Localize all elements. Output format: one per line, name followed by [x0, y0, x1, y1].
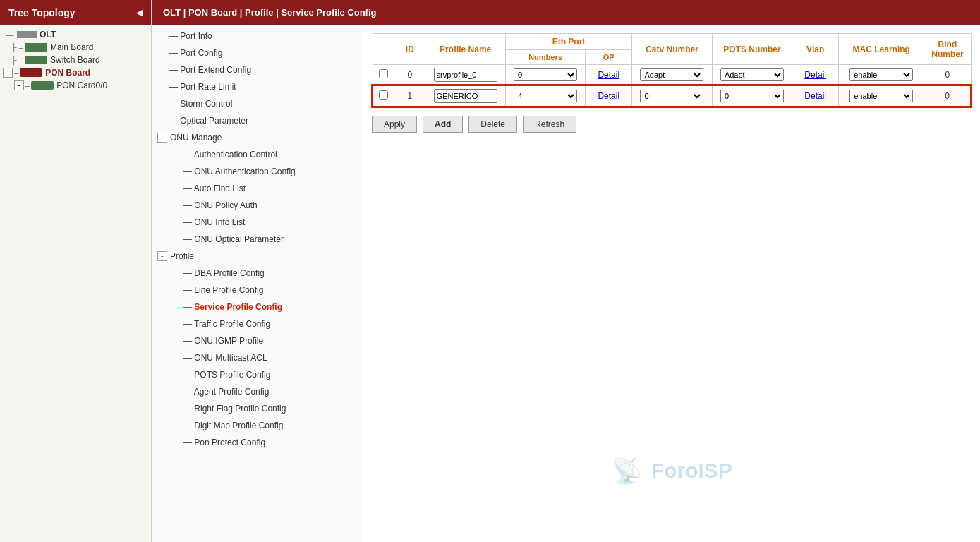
nav-port-rate-limit[interactable]: └─ Port Rate Limit — [152, 78, 363, 95]
nav-multicast-acl[interactable]: └─ ONU Multicast ACL — [152, 349, 363, 366]
pon-expand[interactable]: - — [3, 68, 13, 78]
row0-vlan: Detail — [792, 65, 839, 86]
nav-storm-control[interactable]: └─ Storm Control — [152, 95, 363, 112]
th-id: ID — [394, 34, 425, 65]
breadcrumb: OLT | PON Board | Profile | Service Prof… — [152, 0, 980, 25]
nav-line-profile[interactable]: └─ Line Profile Config — [152, 282, 363, 299]
th-pots: POTS Number — [712, 34, 792, 65]
row1-detail-link[interactable]: Detail — [598, 91, 619, 101]
row1-mac: enabledisable — [839, 85, 924, 107]
nav-right-flag[interactable]: └─ Right Flag Profile Config — [152, 400, 363, 417]
nav-onu-manage-header[interactable]: - ONU Manage — [152, 129, 363, 146]
poncard-expand[interactable]: - — [14, 80, 24, 90]
row1-pots: 0Adapt12 — [712, 85, 792, 107]
olt-dash: — — [3, 30, 17, 39]
row0-profile-name — [425, 65, 505, 86]
delete-button[interactable]: Delete — [468, 116, 517, 133]
watermark-icon: 📡 — [611, 456, 643, 485]
row0-detail-link[interactable]: Detail — [598, 70, 619, 80]
table-body: 0 0124 Detail — [373, 65, 971, 107]
nav-onu-optical[interactable]: └─ ONU Optical Parameter — [152, 231, 363, 248]
nav-port-extend-config[interactable]: └─ Port Extend Config — [152, 61, 363, 78]
row1-vlan-link[interactable]: Detail — [804, 91, 826, 101]
sidebar-header[interactable]: Tree Topology ◀ — [0, 0, 151, 25]
row1-numbers: 4012 — [505, 85, 585, 107]
row1-catv: 0Adapt12 — [632, 85, 712, 107]
th-checkbox — [373, 34, 394, 65]
th-bind: Bind Number — [924, 34, 971, 65]
nav-pon-protect[interactable]: └─ Pon Protect Config — [152, 434, 363, 451]
row1-op: Detail — [586, 85, 632, 107]
nav-service-profile[interactable]: └─ Service Profile Config — [152, 299, 363, 315]
row0-numbers: 0124 — [505, 65, 585, 86]
nav-digit-map[interactable]: └─ Digit Map Profile Config — [152, 417, 363, 434]
row1-numbers-select[interactable]: 4012 — [514, 90, 577, 102]
ponboard-icon — [20, 68, 42, 77]
nav-pots-profile[interactable]: └─ POTS Profile Config — [152, 366, 363, 383]
sidebar-item-olt[interactable]: — OLT — [0, 28, 151, 41]
sidebar-item-switchboard[interactable]: ├ – Switch Board — [0, 54, 151, 66]
nav-onu-info[interactable]: └─ ONU Info List — [152, 214, 363, 231]
nav-port-config[interactable]: └─ Port Config — [152, 44, 363, 61]
table-area: ID Profile Name Eth Port Catv Number POT… — [363, 25, 980, 542]
row1-vlan: Detail — [792, 85, 839, 107]
apply-button[interactable]: Apply — [372, 116, 417, 133]
nav-port-info[interactable]: └─ Port Info — [152, 28, 363, 44]
row0-vlan-link[interactable]: Detail — [804, 70, 826, 80]
row0-pots: Adapt012 — [712, 65, 792, 86]
sidebar: Tree Topology ◀ — OLT ├ – Main Board ├ –… — [0, 0, 152, 542]
onu-manage-label: ONU Manage — [170, 133, 222, 143]
olt-label: OLT — [40, 30, 56, 40]
sidebar-item-poncard[interactable]: - – PON Card0/0 — [0, 79, 151, 92]
onu-manage-expand[interactable]: - — [157, 133, 167, 143]
nav-auth-control[interactable]: └─ Authentication Control — [152, 146, 363, 163]
nav-optical-parameter[interactable]: └─ Optical Parameter — [152, 112, 363, 129]
sidebar-item-mainboard[interactable]: ├ – Main Board — [0, 41, 151, 54]
nav-profile-header[interactable]: - Profile — [152, 248, 363, 265]
row0-id: 0 — [394, 65, 425, 86]
nav-dba-profile[interactable]: └─ DBA Profile Config — [152, 265, 363, 282]
row1-pots-select[interactable]: 0Adapt12 — [720, 90, 784, 102]
switchboard-label: Switch Board — [50, 55, 100, 65]
row1-checkbox[interactable] — [379, 90, 388, 100]
refresh-button[interactable]: Refresh — [523, 116, 576, 133]
service-profile-table: ID Profile Name Eth Port Catv Number POT… — [372, 33, 972, 107]
content-area: └─ Port Info └─ Port Config └─ Port Exte… — [152, 25, 980, 542]
row0-mac-select[interactable]: enabledisable — [849, 68, 913, 81]
watermark-text: ForoISP — [651, 459, 732, 482]
row1-id: 1 — [394, 85, 425, 107]
sidebar-tree: — OLT ├ – Main Board ├ – Switch Board - … — [0, 25, 151, 542]
th-eth-port: Eth Port — [505, 34, 631, 50]
row1-bind: 0 — [924, 85, 971, 107]
row1-profile-name — [425, 85, 505, 107]
main-panel: OLT | PON Board | Profile | Service Prof… — [152, 0, 980, 542]
row0-catv: Adapt012 — [632, 65, 712, 86]
row1-mac-select[interactable]: enabledisable — [849, 90, 913, 102]
nav-onu-policy[interactable]: └─ ONU Policy Auth — [152, 197, 363, 214]
row0-mac: enabledisable — [839, 65, 924, 86]
nav-igmp-profile[interactable]: └─ ONU IGMP Profile — [152, 332, 363, 349]
sidebar-item-ponboard[interactable]: - – PON Board — [0, 66, 151, 79]
row0-profile-input[interactable] — [434, 68, 497, 82]
table-row: 1 4012 Detail — [373, 85, 971, 107]
th-catv: Catv Number — [632, 34, 712, 65]
nav-onu-auth-config[interactable]: └─ ONU Authentication Config — [152, 163, 363, 180]
add-button[interactable]: Add — [423, 116, 463, 133]
watermark: 📡 ForoISP — [611, 456, 732, 486]
nav-panel: └─ Port Info └─ Port Config └─ Port Exte… — [152, 25, 363, 542]
row0-op: Detail — [586, 65, 632, 86]
row0-checkbox[interactable] — [379, 69, 388, 78]
nav-traffic-profile[interactable]: └─ Traffic Profile Config — [152, 315, 363, 332]
profile-expand[interactable]: - — [157, 251, 167, 261]
action-bar: Apply Add Delete Refresh — [372, 116, 972, 133]
switch-connector: ├ – — [11, 56, 23, 64]
row0-catv-select[interactable]: Adapt012 — [640, 68, 703, 81]
switchboard-icon — [25, 56, 47, 64]
nav-auto-find[interactable]: └─ Auto Find List — [152, 180, 363, 197]
row0-pots-select[interactable]: Adapt012 — [720, 68, 784, 81]
row0-numbers-select[interactable]: 0124 — [514, 68, 577, 81]
row1-profile-input[interactable] — [434, 89, 497, 103]
row1-catv-select[interactable]: 0Adapt12 — [640, 90, 703, 102]
nav-agent-profile[interactable]: └─ Agent Profile Config — [152, 383, 363, 400]
pon-dash: – — [14, 68, 18, 77]
